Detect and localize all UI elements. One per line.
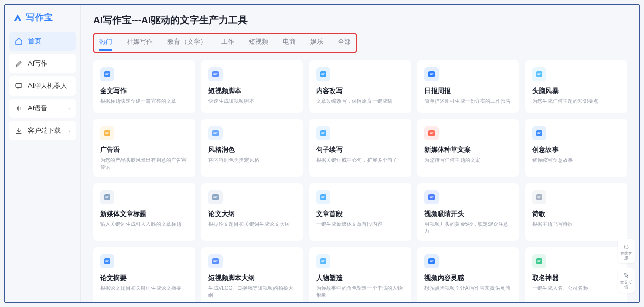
template-card[interactable]: 创意故事帮你续写创意故事 — [525, 119, 627, 177]
template-card[interactable]: 论文摘要根据论文题目和关键词生成论文摘要 — [93, 247, 195, 302]
customer-service-button[interactable]: ☺ 在线客服 — [618, 239, 635, 264]
template-icon — [532, 190, 546, 204]
template-card[interactable]: 头脑风暴为您生成任何主题的知识要点 — [525, 60, 627, 113]
template-title: 日报周报 — [424, 86, 512, 96]
float-label: 意见反馈 — [619, 281, 634, 290]
svg-rect-27 — [430, 133, 432, 134]
template-card[interactable]: 内容改写文章改编改写，保留原义一键成稿 — [309, 60, 411, 113]
template-card[interactable]: 文章首段一键生成新媒体文章首段内容 — [309, 183, 411, 241]
svg-rect-54 — [321, 261, 324, 262]
svg-rect-12 — [430, 74, 432, 75]
template-desc: 根据标题快速创建一篇完整的文章 — [100, 98, 188, 105]
template-icon — [424, 67, 439, 81]
tab-education[interactable]: 教育（文学） — [167, 37, 207, 51]
template-desc: 输入关键词生成引人入胜的文章标题 — [100, 221, 188, 228]
template-card[interactable]: 日报周报简单描述即可生成一份详实的工作报告 — [417, 60, 519, 113]
svg-rect-11 — [430, 73, 434, 74]
template-desc: 根据主题书写诗歌 — [532, 221, 620, 228]
svg-rect-39 — [321, 197, 324, 198]
sidebar-item-download[interactable]: 客户端下载 › — [9, 121, 76, 140]
svg-rect-56 — [430, 260, 434, 261]
sidebar-item-label: 首页 — [28, 37, 41, 46]
svg-rect-3 — [105, 74, 108, 75]
tab-social[interactable]: 社媒写作 — [127, 37, 153, 51]
template-card[interactable]: 新媒体种草文案为您撰写任何主题的文案 — [417, 119, 519, 177]
sidebar-item-label: AI语音 — [28, 104, 47, 113]
template-icon — [532, 67, 546, 81]
template-card[interactable]: 短视频脚本快速生成短视频脚本 — [201, 60, 303, 113]
template-title: 短视频脚本大纲 — [208, 273, 296, 283]
chevron-right-icon: › — [68, 128, 70, 134]
svg-rect-17 — [105, 132, 109, 133]
svg-rect-51 — [213, 261, 216, 262]
template-desc: 简单描述即可生成一份详实的工作报告 — [424, 98, 512, 105]
template-desc: 根据关键词或中心句，扩展多个句子 — [316, 157, 404, 164]
svg-rect-24 — [321, 133, 324, 134]
sidebar-item-home[interactable]: 首页 — [9, 32, 76, 51]
template-icon — [532, 254, 546, 268]
template-icon — [100, 126, 114, 140]
template-card[interactable]: 风格润色将内容润色为指定风格 — [201, 119, 303, 177]
template-desc: 帮你续写创意故事 — [532, 157, 620, 164]
template-icon — [100, 190, 114, 204]
tab-entertainment[interactable]: 娱乐 — [310, 37, 323, 51]
svg-rect-14 — [538, 73, 542, 74]
svg-rect-50 — [213, 260, 218, 261]
tab-ecommerce[interactable]: 电商 — [283, 37, 296, 51]
template-title: 头脑风暴 — [532, 86, 620, 96]
logo: 写作宝 — [9, 9, 76, 28]
svg-rect-8 — [321, 73, 325, 74]
svg-rect-26 — [430, 132, 434, 133]
template-desc: 为您撰写任何主题的文案 — [424, 157, 512, 164]
chevron-right-icon: › — [68, 105, 70, 111]
template-title: 论文摘要 — [100, 273, 188, 283]
template-title: 取名神器 — [532, 273, 620, 283]
template-title: 内容改写 — [316, 86, 404, 96]
template-desc: 快速生成短视频脚本 — [208, 98, 296, 105]
template-card[interactable]: 视频内容灵感想拍点啥视频？让AI写作宝来提供灵感 — [417, 247, 519, 302]
template-desc: 生成VLOG、口播稿等短视频的拍摄大纲 — [208, 285, 296, 299]
template-title: 视频吸睛开头 — [424, 209, 512, 219]
tab-short-video[interactable]: 短视频 — [249, 37, 268, 51]
template-card[interactable]: 新媒体文章标题输入关键词生成引人入胜的文章标题 — [93, 183, 195, 241]
template-card[interactable]: 视频吸睛开头用视频开头的黄金5秒，锁定观众注意力 — [417, 183, 519, 241]
svg-rect-18 — [105, 133, 108, 134]
template-title: 文章首段 — [316, 209, 404, 219]
template-desc: 一键生成新媒体文章首段内容 — [316, 221, 404, 228]
tab-work[interactable]: 工作 — [221, 37, 234, 51]
svg-rect-29 — [538, 132, 542, 133]
svg-rect-15 — [538, 74, 540, 75]
svg-rect-57 — [430, 261, 432, 262]
audio-icon — [15, 104, 23, 112]
template-card[interactable]: 人物塑造为你故事中的角色塑造一个丰满的人物形象 — [309, 247, 411, 302]
template-card[interactable]: 取名神器一键生成人名、公司名称 — [525, 247, 627, 302]
tab-all[interactable]: 全部 — [338, 37, 351, 51]
sidebar-item-ai-voice[interactable]: AI语音 › — [9, 99, 76, 118]
template-card[interactable]: 短视频脚本大纲生成VLOG、口播稿等短视频的拍摄大纲 — [201, 247, 303, 302]
sidebar-item-ai-writing[interactable]: AI写作 — [9, 54, 76, 73]
tab-hot[interactable]: 热门 — [99, 37, 112, 51]
pencil-icon — [15, 59, 23, 68]
template-grid: 全文写作根据标题快速创建一篇完整的文章短视频脚本快速生成短视频脚本内容改写文章改… — [93, 60, 627, 302]
template-desc: 一键生成人名、公司名称 — [532, 285, 620, 292]
brand-name: 写作宝 — [26, 12, 53, 23]
svg-rect-60 — [538, 261, 540, 262]
template-icon — [208, 126, 223, 140]
template-desc: 为你故事中的角色塑造一个丰满的人物形象 — [316, 285, 404, 299]
sidebar-item-ai-chatbot[interactable]: AI聊天机器人 — [9, 76, 76, 96]
svg-rect-36 — [213, 197, 216, 198]
svg-rect-5 — [213, 73, 218, 74]
template-card[interactable]: 全文写作根据标题快速创建一篇完整的文章 — [93, 60, 195, 113]
template-card[interactable]: 论文大纲根据论文题目和关键词生成论文大纲 — [201, 183, 303, 241]
svg-rect-21 — [213, 133, 216, 134]
template-icon — [424, 126, 439, 140]
feedback-button[interactable]: ✎ 意见反馈 — [618, 268, 635, 293]
template-desc: 用视频开头的黄金5秒，锁定观众注意力 — [424, 221, 512, 235]
template-card[interactable]: 诗歌根据主题书写诗歌 — [525, 183, 627, 241]
svg-rect-6 — [213, 74, 216, 75]
smile-icon: ☺ — [623, 242, 630, 251]
template-card[interactable]: 句子续写根据关键词或中心句，扩展多个句子 — [309, 119, 411, 177]
svg-rect-42 — [430, 197, 432, 198]
svg-rect-32 — [105, 196, 109, 197]
template-card[interactable]: 广告语为您的产品头脑风暴出有创意的广告宣传语 — [93, 119, 195, 177]
